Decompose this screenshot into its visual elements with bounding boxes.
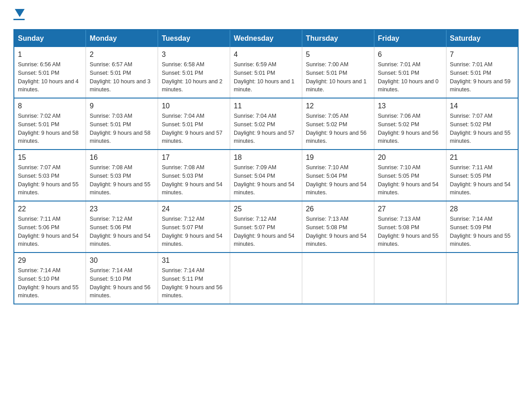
- calendar-day-cell: 23 Sunrise: 7:12 AMSunset: 5:06 PMDaylig…: [86, 201, 158, 253]
- day-info: Sunrise: 7:08 AMSunset: 5:03 PMDaylight:…: [162, 164, 223, 196]
- col-friday: Friday: [374, 30, 446, 47]
- calendar-day-cell: [302, 253, 374, 304]
- calendar-day-cell: 8 Sunrise: 7:02 AMSunset: 5:01 PMDayligh…: [14, 98, 86, 150]
- calendar-day-cell: 5 Sunrise: 7:00 AMSunset: 5:01 PMDayligh…: [302, 47, 374, 98]
- calendar-day-cell: 11 Sunrise: 7:04 AMSunset: 5:02 PMDaylig…: [230, 98, 302, 150]
- day-info: Sunrise: 6:58 AMSunset: 5:01 PMDaylight:…: [162, 61, 223, 93]
- calendar-day-cell: 13 Sunrise: 7:06 AMSunset: 5:02 PMDaylig…: [374, 98, 446, 150]
- page-header: [13, 9, 519, 20]
- day-number: 10: [162, 102, 226, 110]
- day-info: Sunrise: 6:56 AMSunset: 5:01 PMDaylight:…: [18, 61, 79, 93]
- calendar-day-cell: 7 Sunrise: 7:01 AMSunset: 5:01 PMDayligh…: [446, 47, 518, 98]
- calendar-day-cell: 10 Sunrise: 7:04 AMSunset: 5:01 PMDaylig…: [158, 98, 230, 150]
- day-number: 13: [378, 102, 442, 110]
- day-info: Sunrise: 7:13 AMSunset: 5:08 PMDaylight:…: [306, 216, 367, 247]
- calendar-day-cell: 14 Sunrise: 7:07 AMSunset: 5:02 PMDaylig…: [446, 98, 518, 150]
- day-number: 29: [18, 257, 82, 265]
- day-number: 23: [90, 205, 154, 213]
- col-thursday: Thursday: [302, 30, 374, 47]
- day-number: 11: [234, 102, 298, 110]
- col-sunday: Sunday: [14, 30, 86, 47]
- day-number: 6: [378, 51, 442, 59]
- calendar-day-cell: 2 Sunrise: 6:57 AMSunset: 5:01 PMDayligh…: [86, 47, 158, 98]
- svg-marker-0: [15, 9, 25, 17]
- day-info: Sunrise: 7:02 AMSunset: 5:01 PMDaylight:…: [18, 113, 79, 144]
- day-number: 2: [90, 51, 154, 59]
- calendar-day-cell: 17 Sunrise: 7:08 AMSunset: 5:03 PMDaylig…: [158, 150, 230, 201]
- calendar-week-row: 22 Sunrise: 7:11 AMSunset: 5:06 PMDaylig…: [14, 201, 518, 253]
- col-tuesday: Tuesday: [158, 30, 230, 47]
- day-info: Sunrise: 7:01 AMSunset: 5:01 PMDaylight:…: [450, 61, 511, 93]
- calendar-header: Sunday Monday Tuesday Wednesday Thursday…: [14, 30, 518, 47]
- day-info: Sunrise: 7:14 AMSunset: 5:10 PMDaylight:…: [18, 267, 79, 299]
- calendar-day-cell: 12 Sunrise: 7:05 AMSunset: 5:02 PMDaylig…: [302, 98, 374, 150]
- day-number: 19: [306, 154, 370, 162]
- day-info: Sunrise: 7:10 AMSunset: 5:04 PMDaylight:…: [306, 164, 367, 196]
- day-number: 18: [234, 154, 298, 162]
- day-number: 8: [18, 102, 82, 110]
- day-number: 22: [18, 205, 82, 213]
- calendar-day-cell: 22 Sunrise: 7:11 AMSunset: 5:06 PMDaylig…: [14, 201, 86, 253]
- day-number: 15: [18, 154, 82, 162]
- calendar-table: Sunday Monday Tuesday Wednesday Thursday…: [13, 29, 519, 304]
- day-number: 25: [234, 205, 298, 213]
- calendar-week-row: 1 Sunrise: 6:56 AMSunset: 5:01 PMDayligh…: [14, 47, 518, 98]
- calendar-day-cell: 30 Sunrise: 7:14 AMSunset: 5:10 PMDaylig…: [86, 253, 158, 304]
- calendar-day-cell: 29 Sunrise: 7:14 AMSunset: 5:10 PMDaylig…: [14, 253, 86, 304]
- calendar-week-row: 29 Sunrise: 7:14 AMSunset: 5:10 PMDaylig…: [14, 253, 518, 304]
- day-number: 14: [450, 102, 514, 110]
- calendar-week-row: 15 Sunrise: 7:07 AMSunset: 5:03 PMDaylig…: [14, 150, 518, 201]
- calendar-day-cell: 1 Sunrise: 6:56 AMSunset: 5:01 PMDayligh…: [14, 47, 86, 98]
- day-info: Sunrise: 7:14 AMSunset: 5:10 PMDaylight:…: [90, 267, 150, 299]
- day-info: Sunrise: 7:04 AMSunset: 5:01 PMDaylight:…: [162, 113, 223, 144]
- day-number: 31: [162, 257, 226, 265]
- day-info: Sunrise: 7:11 AMSunset: 5:06 PMDaylight:…: [18, 216, 79, 247]
- day-info: Sunrise: 7:04 AMSunset: 5:02 PMDaylight:…: [234, 113, 295, 144]
- calendar-day-cell: [230, 253, 302, 304]
- calendar-day-cell: 18 Sunrise: 7:09 AMSunset: 5:04 PMDaylig…: [230, 150, 302, 201]
- day-info: Sunrise: 7:01 AMSunset: 5:01 PMDaylight:…: [378, 61, 439, 93]
- day-info: Sunrise: 6:59 AMSunset: 5:01 PMDaylight:…: [234, 61, 295, 93]
- day-info: Sunrise: 7:14 AMSunset: 5:11 PMDaylight:…: [162, 267, 223, 299]
- calendar-day-cell: [374, 253, 446, 304]
- day-number: 16: [90, 154, 154, 162]
- day-info: Sunrise: 7:14 AMSunset: 5:09 PMDaylight:…: [450, 216, 511, 247]
- day-number: 4: [234, 51, 298, 59]
- col-monday: Monday: [86, 30, 158, 47]
- logo: [13, 9, 25, 20]
- calendar-day-cell: [446, 253, 518, 304]
- calendar-day-cell: 20 Sunrise: 7:10 AMSunset: 5:05 PMDaylig…: [374, 150, 446, 201]
- day-number: 17: [162, 154, 226, 162]
- day-info: Sunrise: 7:11 AMSunset: 5:05 PMDaylight:…: [450, 164, 511, 196]
- calendar-day-cell: 16 Sunrise: 7:08 AMSunset: 5:03 PMDaylig…: [86, 150, 158, 201]
- day-number: 5: [306, 51, 370, 59]
- day-number: 9: [90, 102, 154, 110]
- day-info: Sunrise: 7:09 AMSunset: 5:04 PMDaylight:…: [234, 164, 295, 196]
- calendar-week-row: 8 Sunrise: 7:02 AMSunset: 5:01 PMDayligh…: [14, 98, 518, 150]
- day-info: Sunrise: 7:12 AMSunset: 5:06 PMDaylight:…: [90, 216, 150, 247]
- day-number: 30: [90, 257, 154, 265]
- calendar-day-cell: 26 Sunrise: 7:13 AMSunset: 5:08 PMDaylig…: [302, 201, 374, 253]
- day-info: Sunrise: 7:08 AMSunset: 5:03 PMDaylight:…: [90, 164, 150, 196]
- day-info: Sunrise: 7:12 AMSunset: 5:07 PMDaylight:…: [234, 216, 295, 247]
- day-info: Sunrise: 7:12 AMSunset: 5:07 PMDaylight:…: [162, 216, 223, 247]
- col-wednesday: Wednesday: [230, 30, 302, 47]
- day-number: 7: [450, 51, 514, 59]
- day-number: 28: [450, 205, 514, 213]
- day-info: Sunrise: 7:05 AMSunset: 5:02 PMDaylight:…: [306, 113, 367, 144]
- calendar-day-cell: 15 Sunrise: 7:07 AMSunset: 5:03 PMDaylig…: [14, 150, 86, 201]
- col-saturday: Saturday: [446, 30, 518, 47]
- day-info: Sunrise: 7:07 AMSunset: 5:02 PMDaylight:…: [450, 113, 511, 144]
- calendar-day-cell: 24 Sunrise: 7:12 AMSunset: 5:07 PMDaylig…: [158, 201, 230, 253]
- logo-underline: [13, 19, 25, 20]
- calendar-day-cell: 31 Sunrise: 7:14 AMSunset: 5:11 PMDaylig…: [158, 253, 230, 304]
- day-info: Sunrise: 6:57 AMSunset: 5:01 PMDaylight:…: [90, 61, 150, 93]
- day-number: 27: [378, 205, 442, 213]
- day-info: Sunrise: 7:13 AMSunset: 5:08 PMDaylight:…: [378, 216, 439, 247]
- day-info: Sunrise: 7:06 AMSunset: 5:02 PMDaylight:…: [378, 113, 439, 144]
- day-number: 1: [18, 51, 82, 59]
- calendar-day-cell: 28 Sunrise: 7:14 AMSunset: 5:09 PMDaylig…: [446, 201, 518, 253]
- day-info: Sunrise: 7:03 AMSunset: 5:01 PMDaylight:…: [90, 113, 150, 144]
- calendar-day-cell: 6 Sunrise: 7:01 AMSunset: 5:01 PMDayligh…: [374, 47, 446, 98]
- day-number: 24: [162, 205, 226, 213]
